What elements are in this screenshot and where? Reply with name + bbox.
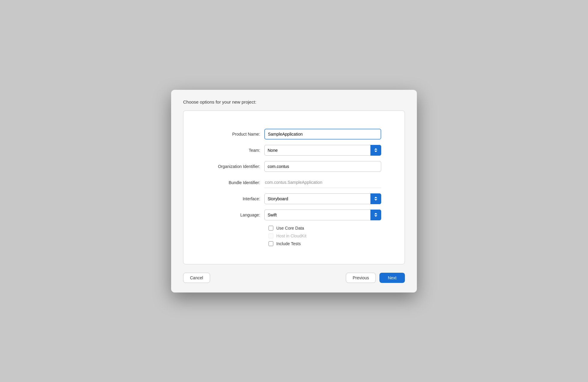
new-project-dialog: Choose options for your new project: Pro… (171, 90, 417, 292)
language-select-wrapper: Swift Objective-C (264, 210, 381, 220)
language-select[interactable]: Swift Objective-C (264, 210, 381, 220)
form-area: Product Name: Team: None Add an Account.… (183, 110, 405, 264)
bundle-identifier-label: Bundle Identifier: (195, 180, 264, 185)
interface-select-wrapper: Storyboard SwiftUI (264, 193, 381, 204)
interface-select[interactable]: Storyboard SwiftUI (264, 193, 381, 204)
dialog-title: Choose options for your new project: (183, 99, 405, 104)
host-in-cloudkit-row: Host in CloudKit (269, 234, 393, 238)
checkboxes-area: Use Core Data Host in CloudKit Include T… (269, 226, 393, 246)
use-core-data-label: Use Core Data (276, 226, 304, 231)
dialog-footer: Cancel Previous Next (183, 273, 405, 283)
org-identifier-row: Organization Identifier: (195, 161, 393, 172)
interface-label: Interface: (195, 196, 264, 201)
footer-right-buttons: Previous Next (346, 273, 405, 283)
host-in-cloudkit-checkbox[interactable] (269, 234, 273, 238)
org-identifier-label: Organization Identifier: (195, 164, 264, 169)
team-row: Team: None Add an Account... (195, 145, 393, 156)
language-row: Language: Swift Objective-C (195, 210, 393, 220)
bundle-identifier-value: com.contus.SampleApplication (264, 177, 381, 188)
org-identifier-input[interactable] (264, 161, 381, 172)
language-label: Language: (195, 213, 264, 217)
team-select[interactable]: None Add an Account... (264, 145, 381, 156)
include-tests-label: Include Tests (276, 241, 301, 246)
bundle-identifier-row: Bundle Identifier: com.contus.SampleAppl… (195, 177, 393, 188)
use-core-data-row: Use Core Data (269, 226, 393, 231)
use-core-data-checkbox[interactable] (269, 226, 273, 231)
host-in-cloudkit-label: Host in CloudKit (276, 234, 306, 238)
product-name-row: Product Name: (195, 129, 393, 140)
next-button[interactable]: Next (379, 273, 405, 283)
interface-row: Interface: Storyboard SwiftUI (195, 193, 393, 204)
cancel-button[interactable]: Cancel (183, 273, 210, 283)
product-name-input[interactable] (264, 129, 381, 140)
team-label: Team: (195, 148, 264, 153)
include-tests-checkbox[interactable] (269, 241, 273, 246)
team-select-wrapper: None Add an Account... (264, 145, 381, 156)
previous-button[interactable]: Previous (346, 273, 376, 283)
product-name-label: Product Name: (195, 132, 264, 137)
include-tests-row: Include Tests (269, 241, 393, 246)
